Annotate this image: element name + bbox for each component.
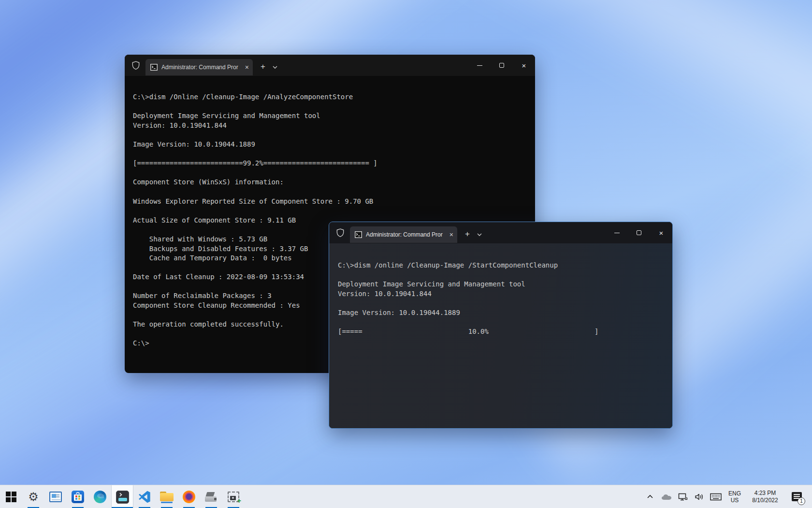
action-center-button[interactable]: 1 bbox=[786, 485, 807, 508]
snipping-tool-button[interactable]: + bbox=[222, 485, 245, 508]
window1-tab-title: Administrator: Command Pror bbox=[161, 64, 241, 71]
clock-date: 8/10/2022 bbox=[746, 497, 784, 504]
windows-terminal-button[interactable] bbox=[111, 485, 133, 508]
vscode-button[interactable] bbox=[133, 485, 156, 508]
terminal-prompt-icon bbox=[116, 491, 129, 504]
taskbar-pinned-apps: ⚙ bbox=[0, 485, 245, 508]
window2-titlebar[interactable]: Administrator: Command Pror × + × bbox=[329, 222, 672, 243]
store-bag-icon bbox=[72, 491, 84, 503]
onedrive-cloud-icon[interactable] bbox=[659, 485, 674, 508]
window2-maximize-button[interactable] bbox=[628, 222, 650, 243]
window2-minimize-button[interactable] bbox=[606, 222, 628, 243]
window1-tab[interactable]: Administrator: Command Pror × bbox=[145, 59, 253, 75]
volume-icon[interactable] bbox=[692, 485, 707, 508]
cmd-icon bbox=[355, 231, 362, 238]
window2-tab-dropdown-icon[interactable] bbox=[477, 233, 482, 237]
language-line2: US bbox=[725, 497, 744, 504]
window2-tab[interactable]: Administrator: Command Pror × bbox=[350, 226, 457, 243]
edge-button[interactable] bbox=[89, 485, 111, 508]
window1-minimize-button[interactable] bbox=[468, 55, 491, 76]
system-window-icon bbox=[49, 492, 62, 502]
window1-maximize-button[interactable] bbox=[491, 55, 513, 76]
window1-new-tab-button[interactable]: + bbox=[261, 62, 265, 72]
vscode-icon bbox=[138, 491, 151, 503]
settings-button[interactable]: ⚙ bbox=[22, 485, 44, 508]
windows-logo-icon bbox=[6, 492, 16, 502]
notification-badge: 1 bbox=[798, 497, 805, 505]
language-line1: ENG bbox=[725, 490, 744, 497]
window1-titlebar[interactable]: Administrator: Command Pror × + × bbox=[125, 55, 535, 76]
clock-time: 4:23 PM bbox=[746, 490, 784, 497]
window2-tab-title: Administrator: Command Pror bbox=[366, 231, 446, 238]
taskbar-clock[interactable]: 4:23 PM 8/10/2022 bbox=[746, 490, 784, 504]
microsoft-store-button[interactable] bbox=[67, 485, 89, 508]
network-icon[interactable] bbox=[676, 485, 690, 508]
window2-terminal-output: C:\>dism /online /Cleanup-Image /StartCo… bbox=[329, 243, 672, 337]
gear-icon: ⚙ bbox=[28, 491, 39, 503]
terminal-window-cleanup: Administrator: Command Pror × + × C:\>di… bbox=[329, 222, 673, 429]
window1-tab-close-icon[interactable]: × bbox=[245, 64, 249, 71]
snipping-tool-icon: + bbox=[228, 492, 239, 502]
file-explorer-button[interactable] bbox=[156, 485, 178, 508]
cmd-icon bbox=[150, 64, 158, 71]
edge-swirl-icon bbox=[94, 491, 106, 503]
folder-icon bbox=[160, 492, 174, 502]
start-button[interactable] bbox=[0, 485, 22, 508]
tray-chevron-up-icon[interactable] bbox=[643, 485, 657, 508]
admin-shield-icon bbox=[335, 228, 345, 238]
window2-close-button[interactable]: × bbox=[650, 222, 672, 243]
hardware-tool-icon bbox=[205, 492, 218, 502]
window2-tab-close-icon[interactable]: × bbox=[450, 231, 453, 238]
admin-shield-icon bbox=[131, 60, 141, 70]
window1-tab-dropdown-icon[interactable] bbox=[272, 65, 278, 69]
system-tray: ENG US 4:23 PM 8/10/2022 1 bbox=[643, 485, 812, 508]
language-indicator[interactable]: ENG US bbox=[725, 490, 744, 504]
touch-keyboard-icon[interactable] bbox=[709, 485, 723, 508]
system-tool-button[interactable] bbox=[44, 485, 67, 508]
firefox-icon bbox=[183, 491, 195, 503]
window2-terminal-body[interactable]: C:\>dism /online /Cleanup-Image /StartCo… bbox=[329, 243, 672, 428]
hardware-tool-button[interactable] bbox=[200, 485, 222, 508]
window2-new-tab-button[interactable]: + bbox=[465, 229, 470, 239]
firefox-button[interactable] bbox=[178, 485, 200, 508]
window1-close-button[interactable]: × bbox=[513, 55, 535, 76]
taskbar: ⚙ bbox=[0, 485, 812, 508]
